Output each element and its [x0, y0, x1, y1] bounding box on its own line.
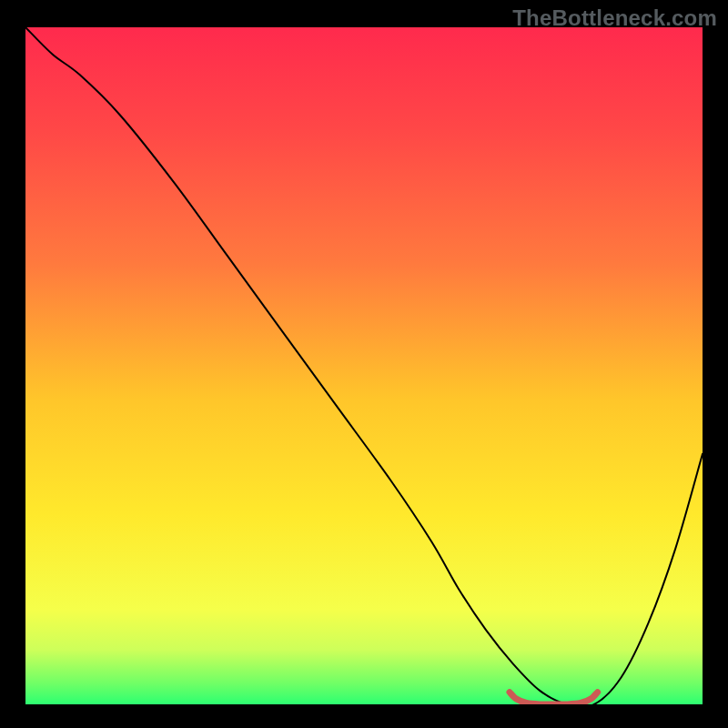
chart-svg: [25, 27, 703, 704]
chart-plot: [25, 27, 703, 704]
gradient-background: [25, 27, 703, 704]
